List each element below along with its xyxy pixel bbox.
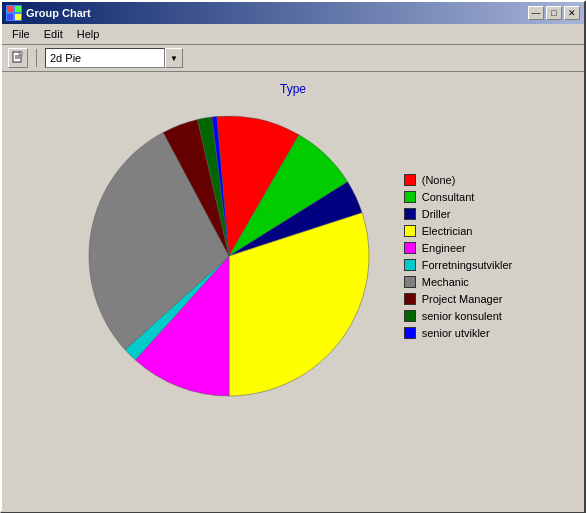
legend-item: Driller (404, 208, 512, 220)
menu-help[interactable]: Help (71, 26, 106, 42)
app-icon (6, 5, 22, 21)
legend-color-box (404, 242, 416, 254)
toolbar-separator (36, 49, 37, 67)
chart-type-selector[interactable]: 2d Pie ▼ (45, 48, 183, 68)
pie-chart (74, 101, 384, 411)
svg-rect-3 (15, 14, 21, 20)
svg-rect-5 (19, 52, 22, 55)
chart-type-arrow[interactable]: ▼ (165, 48, 183, 68)
window-title: Group Chart (26, 7, 91, 19)
legend-label: Project Manager (422, 293, 503, 305)
legend-label: Engineer (422, 242, 466, 254)
legend-label: Consultant (422, 191, 475, 203)
legend-label: Driller (422, 208, 451, 220)
chart-legend: (None)ConsultantDrillerElectricianEngine… (404, 174, 512, 339)
main-content: Type (None)ConsultantDrillerElectricianE… (2, 72, 584, 512)
legend-color-box (404, 208, 416, 220)
chart-type-value[interactable]: 2d Pie (45, 48, 165, 68)
legend-label: Mechanic (422, 276, 469, 288)
legend-item: senior konsulent (404, 310, 512, 322)
legend-item: Forretningsutvikler (404, 259, 512, 271)
minimize-button[interactable]: — (528, 6, 544, 20)
legend-item: Electrician (404, 225, 512, 237)
legend-color-box (404, 174, 416, 186)
legend-item: Mechanic (404, 276, 512, 288)
legend-item: senior utvikler (404, 327, 512, 339)
legend-label: Forretningsutvikler (422, 259, 512, 271)
title-bar-left: Group Chart (6, 5, 91, 21)
legend-label: Electrician (422, 225, 473, 237)
legend-item: Engineer (404, 242, 512, 254)
legend-item: Consultant (404, 191, 512, 203)
legend-color-box (404, 191, 416, 203)
svg-rect-0 (7, 6, 13, 12)
legend-color-box (404, 276, 416, 288)
menu-bar: File Edit Help (2, 24, 584, 45)
menu-edit[interactable]: Edit (38, 26, 69, 42)
legend-color-box (404, 259, 416, 271)
chart-container: (None)ConsultantDrillerElectricianEngine… (74, 101, 512, 411)
legend-item: Project Manager (404, 293, 512, 305)
maximize-button[interactable]: □ (546, 6, 562, 20)
legend-label: (None) (422, 174, 456, 186)
toolbar: 2d Pie ▼ (2, 45, 584, 72)
legend-color-box (404, 293, 416, 305)
chart-area: Type (None)ConsultantDrillerElectricianE… (13, 82, 573, 502)
legend-label: senior utvikler (422, 327, 490, 339)
new-icon[interactable] (8, 48, 28, 68)
svg-rect-2 (7, 14, 13, 20)
legend-color-box (404, 327, 416, 339)
chart-title: Type (280, 82, 306, 96)
legend-color-box (404, 225, 416, 237)
main-window: Group Chart — □ ✕ File Edit Help 2d Pie … (0, 0, 586, 513)
title-bar-buttons: — □ ✕ (528, 6, 580, 20)
menu-file[interactable]: File (6, 26, 36, 42)
legend-color-box (404, 310, 416, 322)
svg-rect-1 (15, 6, 21, 12)
title-bar: Group Chart — □ ✕ (2, 2, 584, 24)
legend-label: senior konsulent (422, 310, 502, 322)
close-button[interactable]: ✕ (564, 6, 580, 20)
legend-item: (None) (404, 174, 512, 186)
